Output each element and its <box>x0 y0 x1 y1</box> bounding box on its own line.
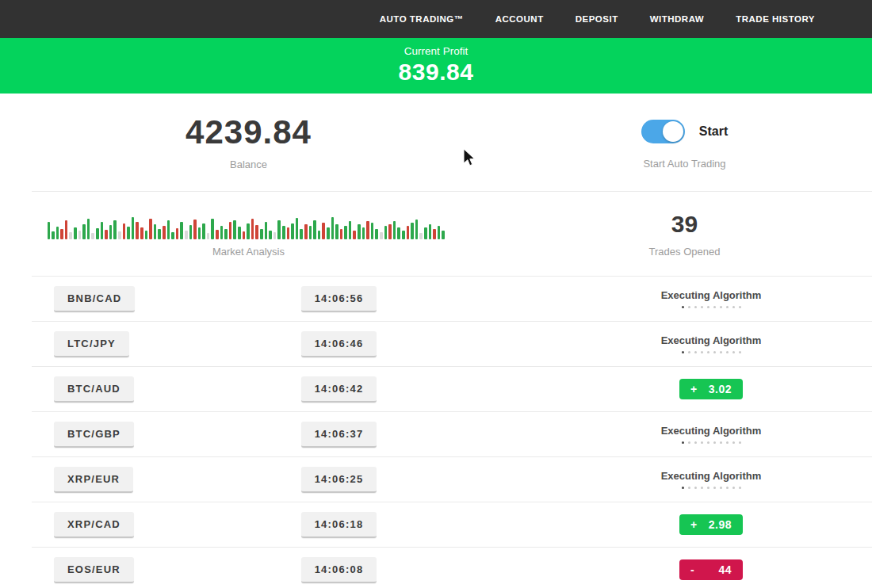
market-bar <box>96 228 99 239</box>
market-bar <box>366 221 369 239</box>
trade-row: BTC/AUD 14:06:42 +3.02 <box>32 367 872 412</box>
time-badge: 14:06:42 <box>301 376 377 403</box>
nav-item-trade-history[interactable]: TRADE HISTORY <box>736 14 815 24</box>
market-bar <box>318 231 321 239</box>
progress-dot <box>682 487 684 489</box>
market-bar <box>229 222 232 239</box>
progress-dots <box>608 487 814 489</box>
trade-result: +3.02 <box>608 379 814 399</box>
executing-label: Executing Algorithm <box>608 289 814 301</box>
market-bar <box>273 232 277 239</box>
balance-value: 4239.84 <box>0 116 497 149</box>
progress-dot <box>682 441 684 444</box>
progress-dot <box>713 441 716 444</box>
result-sign: - <box>690 563 694 576</box>
pair-badge: BNB/CAD <box>54 286 135 312</box>
market-bar <box>176 228 179 239</box>
market-bar <box>424 227 427 239</box>
market-bar <box>136 222 139 239</box>
time-badge: 14:06:56 <box>301 286 377 312</box>
pair-badge: XRP/CAD <box>54 512 134 538</box>
market-bar <box>211 219 214 239</box>
market-bar <box>296 218 299 239</box>
progress-dots <box>608 441 814 444</box>
progress-dot <box>739 441 741 444</box>
market-bar <box>362 227 365 239</box>
trades-opened-value: 39 <box>497 212 872 236</box>
market-bar <box>185 231 188 239</box>
progress-dot <box>682 351 684 353</box>
trade-row: BTC/GBP 14:06:37 Executing Algorithm <box>32 412 872 457</box>
profit-badge: +3.02 <box>679 379 743 399</box>
nav-item-auto-trading[interactable]: AUTO TRADING™ <box>380 14 464 24</box>
executing-label: Executing Algorithm <box>608 470 814 482</box>
market-bar <box>438 226 441 239</box>
trade-row: BNB/CAD 14:06:56 Executing Algorithm <box>32 277 872 322</box>
time-badge: 14:06:46 <box>301 331 377 357</box>
market-bar <box>167 220 170 239</box>
auto-trading-caption: Start Auto Trading <box>497 158 872 170</box>
result-value: 3.02 <box>709 383 732 395</box>
market-bar <box>207 233 210 239</box>
time-badge: 14:06:18 <box>301 512 377 538</box>
time-badge: 14:06:08 <box>301 557 377 583</box>
market-bar <box>419 233 423 239</box>
market-bar <box>91 233 94 239</box>
market-analysis-chart <box>48 209 450 239</box>
market-bar <box>149 219 152 239</box>
nav-item-withdraw[interactable]: WITHDRAW <box>650 14 705 24</box>
progress-dot <box>732 441 735 444</box>
market-bar <box>388 224 392 239</box>
progress-dot <box>720 306 722 308</box>
progress-dot <box>720 487 722 489</box>
market-bar <box>300 229 303 239</box>
market-bar <box>224 229 228 239</box>
market-bar <box>158 229 161 239</box>
market-bar <box>287 227 290 239</box>
market-bar <box>327 227 330 239</box>
market-bar <box>309 226 312 239</box>
pair-badge: EOS/EUR <box>54 557 134 583</box>
market-bar <box>113 220 117 239</box>
progress-dot <box>739 306 741 308</box>
auto-trading-toggle[interactable] <box>641 120 685 143</box>
balance-block: 4239.84 Balance <box>0 116 497 170</box>
profit-value: 839.84 <box>0 59 872 86</box>
progress-dot <box>713 351 716 353</box>
market-bar <box>52 231 55 239</box>
market-bar <box>220 226 224 239</box>
market-bar <box>304 224 308 239</box>
market-bar <box>322 223 325 239</box>
trade-list: BNB/CAD 14:06:56 Executing Algorithm LTC… <box>32 276 872 588</box>
market-bar <box>48 222 51 239</box>
market-bar <box>335 224 338 239</box>
market-bar <box>433 229 436 239</box>
progress-dots <box>608 306 814 308</box>
progress-dot <box>732 487 735 489</box>
progress-dot <box>707 351 709 353</box>
pair-badge: LTC/JPY <box>54 331 129 357</box>
progress-dot <box>713 306 716 308</box>
market-bar <box>407 226 410 239</box>
market-bar <box>265 222 268 239</box>
market-bar <box>260 229 263 239</box>
market-bar <box>60 229 63 239</box>
market-bar <box>291 223 294 239</box>
market-bar <box>233 220 236 239</box>
market-bar <box>358 224 361 239</box>
market-bar <box>393 221 396 239</box>
top-nav: AUTO TRADING™ACCOUNTDEPOSITWITHDRAWTRADE… <box>0 0 872 38</box>
nav-item-deposit[interactable]: DEPOSIT <box>576 14 618 24</box>
progress-dot <box>739 487 741 489</box>
trade-row: XRP/CAD 14:06:18 +2.98 <box>32 502 872 548</box>
market-bar <box>145 231 148 239</box>
market-bar <box>56 227 59 239</box>
balance-label: Balance <box>0 158 497 170</box>
market-bar <box>331 217 335 239</box>
nav-item-account[interactable]: ACCOUNT <box>495 14 544 24</box>
market-bar <box>171 232 174 239</box>
market-bar <box>193 220 197 239</box>
progress-dot <box>694 441 697 444</box>
trade-row: LTC/JPY 14:06:46 Executing Algorithm <box>32 322 872 367</box>
progress-dot <box>694 306 697 308</box>
